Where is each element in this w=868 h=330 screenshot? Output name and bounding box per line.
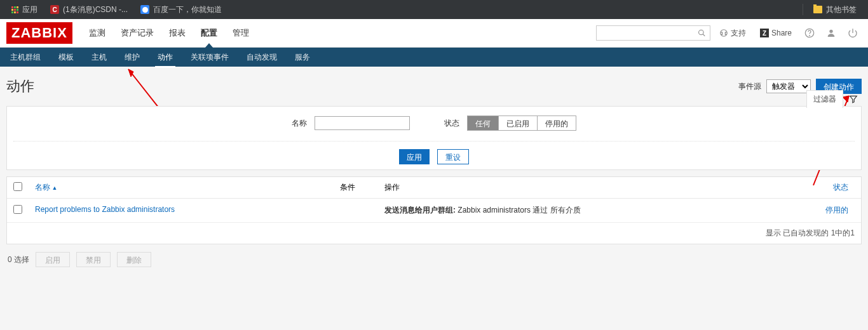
col-cond-header: 条件	[340, 183, 355, 192]
csdn-icon: C	[50, 5, 59, 14]
action-op-cell: 发送消息给用户群组: Zabbix administrators 通过 所有介质	[378, 199, 797, 223]
subnav-correlation[interactable]: 关联项事件	[182, 47, 238, 68]
subnav-service[interactable]: 服务	[286, 47, 319, 68]
baidu-icon	[140, 5, 149, 14]
filter-status-label: 状态	[444, 118, 459, 129]
col-status-header[interactable]: 状态	[833, 183, 848, 192]
filter-funnel-button[interactable]	[846, 91, 861, 107]
page-content: 动作 事件源 触发器 创建动作 过滤器 名称 状态 任何	[0, 67, 868, 281]
search-icon	[698, 29, 706, 37]
apps-label: 应用	[22, 4, 37, 15]
filter-name-input[interactable]	[315, 116, 410, 130]
seg-any[interactable]: 任何	[468, 116, 499, 130]
divider	[803, 4, 803, 15]
user-button[interactable]	[822, 24, 840, 42]
support-icon	[719, 29, 728, 37]
svg-point-4	[810, 36, 810, 36]
svg-point-2	[721, 30, 728, 37]
help-icon	[804, 28, 815, 38]
apps-bookmark[interactable]: 应用	[6, 2, 43, 18]
bulk-actions: 0 选择 启用 禁用 删除	[6, 244, 862, 275]
other-bookmarks[interactable]: 其他书签	[808, 2, 862, 18]
eventsource-label: 事件源	[738, 81, 761, 92]
filter-panel: 过滤器 名称 状态 任何 已启用 停用的 应用 重设	[6, 106, 862, 170]
filter-apply-button[interactable]: 应用	[399, 149, 430, 164]
select-all-checkbox[interactable]	[13, 182, 22, 191]
eventsource-select[interactable]: 触发器	[766, 79, 811, 93]
baidu-label: 百度一下，你就知道	[153, 4, 222, 15]
subnav-template[interactable]: 模板	[50, 47, 83, 68]
z-badge-icon: Z	[760, 29, 769, 37]
bulk-enable-button[interactable]: 启用	[36, 252, 70, 267]
filter-reset-button[interactable]: 重设	[437, 149, 469, 164]
sub-nav: 主机群组 模板 主机 维护 动作 关联项事件 自动发现 服务	[0, 48, 868, 67]
baidu-bookmark[interactable]: 百度一下，你就知道	[135, 2, 227, 18]
other-label: 其他书签	[826, 4, 857, 15]
bulk-delete-button[interactable]: 删除	[117, 252, 151, 267]
support-link[interactable]: 支持	[714, 25, 751, 41]
apps-icon	[11, 6, 18, 13]
col-op-header: 操作	[384, 183, 400, 192]
subnav-action[interactable]: 动作	[149, 47, 182, 68]
table-header-row: 名称 条件 操作 状态	[7, 177, 861, 199]
row-checkbox[interactable]	[13, 205, 22, 214]
actions-table: 名称 条件 操作 状态 Report problems to Zabbix ad…	[7, 177, 861, 223]
bulk-disable-button[interactable]: 禁用	[76, 252, 111, 267]
main-nav: 监测 资产记录 报表 配置 管理	[81, 18, 257, 48]
nav-config[interactable]: 配置	[193, 18, 225, 48]
csdn-label: (1条消息)CSDN -...	[63, 4, 128, 15]
page-head: 动作 事件源 触发器 创建动作	[6, 73, 862, 106]
action-status-link[interactable]: 停用的	[825, 206, 848, 214]
seg-disabled[interactable]: 停用的	[538, 116, 576, 130]
global-search-input[interactable]	[597, 26, 698, 40]
zabbix-logo[interactable]: ZABBIX	[6, 22, 72, 44]
funnel-icon	[849, 95, 858, 103]
col-name-header[interactable]: 名称	[35, 183, 57, 192]
zabbix-header: ZABBIX 监测 资产记录 报表 配置 管理 支持 Z Share	[0, 19, 868, 48]
subnav-host[interactable]: 主机	[83, 47, 116, 68]
power-icon	[848, 28, 858, 38]
share-link[interactable]: Z Share	[755, 26, 797, 40]
svg-marker-11	[850, 96, 857, 103]
page-title: 动作	[6, 77, 34, 96]
table-footer: 显示 已自动发现的 1中的1	[7, 223, 861, 244]
nav-admin[interactable]: 管理	[225, 18, 257, 48]
subnav-hostgroup[interactable]: 主机群组	[1, 47, 50, 68]
nav-monitor[interactable]: 监测	[81, 18, 113, 48]
selected-count: 0 选择	[8, 254, 29, 265]
help-button[interactable]	[801, 24, 818, 42]
seg-enabled[interactable]: 已启用	[499, 116, 538, 130]
user-icon	[826, 28, 836, 38]
filter-toggle-tab[interactable]: 过滤器	[806, 90, 843, 108]
nav-inventory[interactable]: 资产记录	[113, 18, 161, 48]
actions-table-container: 名称 条件 操作 状态 Report problems to Zabbix ad…	[6, 176, 862, 244]
csdn-bookmark[interactable]: C (1条消息)CSDN -...	[45, 2, 133, 18]
svg-point-0	[699, 30, 704, 35]
svg-line-1	[703, 34, 705, 36]
status-segment-group: 任何 已启用 停用的	[467, 116, 576, 131]
table-row: Report problems to Zabbix administrators…	[7, 199, 861, 223]
action-cond-cell	[334, 199, 378, 223]
filter-name-label: 名称	[292, 118, 307, 129]
nav-report[interactable]: 报表	[161, 18, 193, 48]
browser-bookmark-bar: 应用 C (1条消息)CSDN -... 百度一下，你就知道 其他书签	[0, 0, 868, 19]
subnav-discovery[interactable]: 自动发现	[238, 47, 286, 68]
logout-button[interactable]	[844, 24, 862, 42]
global-search[interactable]	[596, 25, 710, 41]
subnav-maintenance[interactable]: 维护	[116, 47, 149, 68]
svg-point-5	[829, 30, 832, 33]
action-name-link[interactable]: Report problems to Zabbix administrators	[35, 205, 175, 214]
folder-icon	[813, 6, 822, 13]
